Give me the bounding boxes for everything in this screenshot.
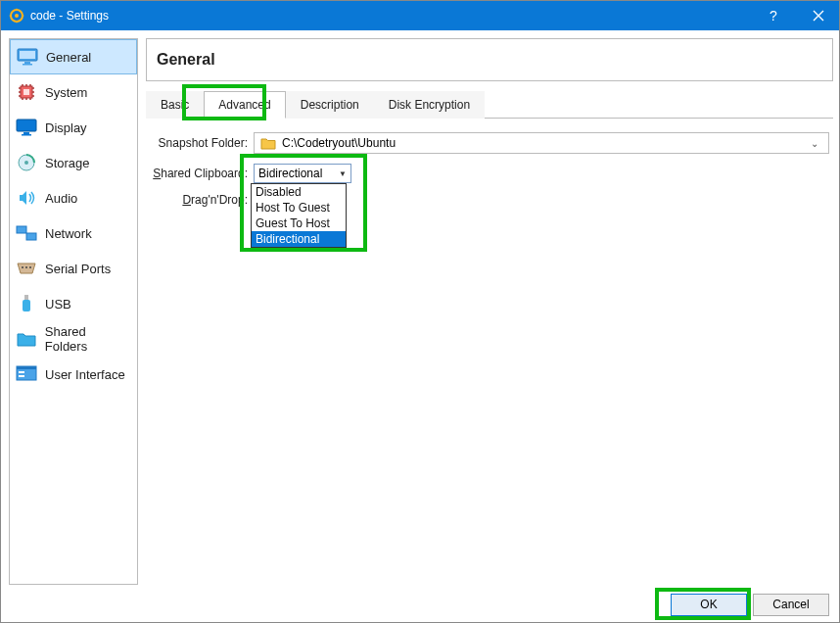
footer: OK Cancel — [1, 585, 840, 623]
ok-button[interactable]: OK — [671, 594, 747, 616]
sidebar-item-label: Shared Folders — [45, 324, 131, 354]
sidebar-item-user-interface[interactable]: User Interface — [10, 357, 137, 392]
dropdown-item-guest-to-host[interactable]: Guest To Host — [252, 216, 346, 231]
sidebar-item-storage[interactable]: Storage — [10, 145, 137, 180]
caret-down-icon: ▼ — [339, 169, 347, 178]
svg-rect-21 — [17, 366, 36, 369]
usb-icon — [16, 293, 37, 314]
tabs: Basic Advanced Description Disk Encrypti… — [146, 91, 833, 119]
sidebar: General System Display Storage — [9, 38, 138, 585]
serial-icon — [16, 258, 37, 279]
svg-rect-23 — [19, 375, 24, 377]
svg-rect-13 — [17, 226, 26, 233]
folder-small-icon — [260, 136, 276, 150]
form-area: Snapshot Folder: C:\Codetryout\Ubuntu ⌄ … — [146, 119, 833, 230]
monitor-icon — [17, 46, 38, 68]
svg-point-12 — [24, 161, 28, 165]
help-button[interactable]: ? — [751, 1, 796, 30]
snapshot-folder-value: C:\Codetryout\Ubuntu — [282, 136, 807, 150]
page-title: General — [157, 51, 822, 69]
sidebar-item-usb[interactable]: USB — [10, 286, 137, 321]
sidebar-item-shared-folders[interactable]: Shared Folders — [10, 321, 137, 357]
sidebar-item-system[interactable]: System — [10, 74, 137, 110]
sidebar-item-label: Network — [45, 226, 92, 241]
svg-rect-8 — [17, 120, 36, 131]
cancel-button[interactable]: Cancel — [753, 594, 829, 616]
main-panel: General Basic Advanced Description Disk … — [146, 38, 833, 585]
sidebar-item-label: Serial Ports — [45, 262, 111, 276]
disk-icon — [16, 152, 37, 173]
page-header: General — [146, 38, 833, 81]
svg-point-1 — [15, 14, 19, 18]
sidebar-item-display[interactable]: Display — [10, 110, 137, 145]
svg-rect-7 — [23, 89, 29, 95]
close-button[interactable] — [796, 1, 840, 30]
dropdown-item-disabled[interactable]: Disabled — [252, 184, 346, 200]
sidebar-item-label: Audio — [45, 191, 77, 206]
sidebar-item-label: General — [46, 50, 91, 65]
folder-icon — [16, 328, 37, 350]
svg-rect-18 — [24, 295, 28, 300]
svg-rect-10 — [22, 134, 31, 136]
svg-point-16 — [25, 266, 27, 268]
shared-clipboard-label: Shared Clipboard: — [150, 167, 254, 180]
dropdown-item-host-to-guest[interactable]: Host To Guest — [252, 200, 346, 216]
network-icon — [16, 222, 37, 244]
svg-rect-9 — [23, 132, 29, 134]
window-title: code - Settings — [30, 9, 751, 23]
sidebar-item-label: System — [45, 85, 87, 100]
snapshot-folder-input[interactable]: C:\Codetryout\Ubuntu ⌄ — [254, 132, 829, 154]
svg-rect-22 — [19, 371, 24, 373]
svg-rect-19 — [23, 300, 30, 312]
dropdown-item-bidirectional[interactable]: Bidirectional — [252, 231, 346, 247]
sidebar-item-network[interactable]: Network — [10, 216, 137, 251]
svg-rect-14 — [26, 233, 36, 240]
tab-advanced[interactable]: Advanced — [204, 91, 285, 119]
sidebar-item-label: Storage — [45, 156, 90, 170]
sidebar-item-label: USB — [45, 297, 71, 312]
sidebar-item-general[interactable]: General — [10, 39, 137, 74]
svg-point-17 — [29, 266, 31, 268]
sidebar-item-serial-ports[interactable]: Serial Ports — [10, 251, 137, 286]
sidebar-item-label: User Interface — [45, 367, 125, 382]
shared-clipboard-value: Bidirectional — [258, 167, 322, 180]
drag-n-drop-label: Drag'n'Drop: — [150, 193, 254, 207]
snapshot-folder-label: Snapshot Folder: — [150, 136, 254, 150]
svg-point-15 — [22, 266, 23, 268]
titlebar: code - Settings ? — [1, 1, 840, 30]
tab-description[interactable]: Description — [286, 91, 374, 119]
svg-rect-5 — [23, 64, 32, 66]
display-icon — [16, 117, 37, 138]
svg-rect-3 — [20, 51, 35, 59]
tab-disk-encryption[interactable]: Disk Encryption — [374, 91, 485, 119]
speaker-icon — [16, 187, 37, 209]
chip-icon — [16, 81, 37, 103]
chevron-down-icon[interactable]: ⌄ — [807, 138, 822, 149]
shared-clipboard-dropdown[interactable]: Disabled Host To Guest Guest To Host Bid… — [251, 183, 347, 248]
svg-rect-4 — [24, 62, 30, 64]
shared-clipboard-combo[interactable]: Bidirectional ▼ — [254, 164, 351, 183]
app-icon — [9, 8, 24, 24]
sidebar-item-label: Display — [45, 120, 87, 135]
ui-icon — [16, 363, 37, 385]
sidebar-item-audio[interactable]: Audio — [10, 180, 137, 216]
tab-basic[interactable]: Basic — [146, 91, 204, 119]
